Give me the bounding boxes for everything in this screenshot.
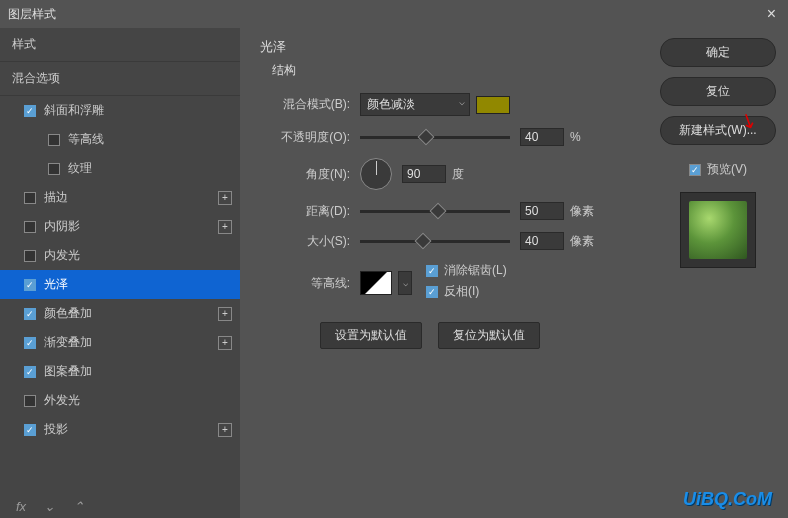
ok-button[interactable]: 确定 [660,38,776,67]
style-label: 颜色叠加 [44,305,92,322]
chevron-down-icon[interactable]: ⌄ [44,499,55,514]
style-checkbox[interactable] [24,424,36,436]
style-checkbox[interactable] [24,221,36,233]
style-item-10[interactable]: 外发光 [0,386,240,415]
style-checkbox[interactable] [24,192,36,204]
distance-input[interactable] [520,202,564,220]
style-item-4[interactable]: 内阴影+ [0,212,240,241]
right-panel: 确定 复位 新建样式(W)... 预览(V) [648,28,788,518]
effect-settings-panel: 光泽 结构 混合模式(B): 颜色减淡 ↘ #918800 不透明度(O): %… [240,28,648,518]
style-checkbox[interactable] [48,163,60,175]
style-label: 光泽 [44,276,68,293]
size-slider[interactable] [360,240,510,243]
style-item-7[interactable]: 颜色叠加+ [0,299,240,328]
style-checkbox[interactable] [24,308,36,320]
watermark: UiBQ.CoM [683,489,772,510]
add-effect-icon[interactable]: + [218,423,232,437]
blend-options-header[interactable]: 混合选项 [0,62,240,96]
style-label: 内发光 [44,247,80,264]
style-checkbox[interactable] [24,105,36,117]
chevron-up-icon[interactable]: ⌃ [73,499,84,514]
opacity-unit: % [570,130,581,144]
add-effect-icon[interactable]: + [218,220,232,234]
angle-label: 角度(N): [260,166,350,183]
distance-slider[interactable] [360,210,510,213]
color-swatch[interactable] [476,96,510,114]
dialog-title: 图层样式 [8,6,56,23]
preview-checkbox[interactable]: 预览(V) [689,161,747,178]
add-effect-icon[interactable]: + [218,191,232,205]
size-input[interactable] [520,232,564,250]
opacity-label: 不透明度(O): [260,129,350,146]
structure-label: 结构 [272,62,628,79]
antialias-checkbox[interactable]: 消除锯齿(L) [426,262,507,279]
distance-label: 距离(D): [260,203,350,220]
fx-icon[interactable]: fx [16,499,26,514]
cancel-button[interactable]: 复位 [660,77,776,106]
contour-dropdown-icon[interactable]: ⌵ [398,271,412,295]
style-item-3[interactable]: 描边+ [0,183,240,212]
style-item-2[interactable]: 纹理 [0,154,240,183]
style-label: 图案叠加 [44,363,92,380]
style-checkbox[interactable] [48,134,60,146]
invert-checkbox[interactable]: 反相(I) [426,283,507,300]
size-unit: 像素 [570,233,594,250]
opacity-slider[interactable] [360,136,510,139]
style-item-8[interactable]: 渐变叠加+ [0,328,240,357]
opacity-input[interactable] [520,128,564,146]
style-item-5[interactable]: 内发光 [0,241,240,270]
style-item-6[interactable]: 光泽 [0,270,240,299]
style-label: 渐变叠加 [44,334,92,351]
style-label: 内阴影 [44,218,80,235]
close-icon[interactable]: × [763,5,780,23]
angle-dial[interactable] [360,158,392,190]
style-item-11[interactable]: 投影+ [0,415,240,444]
style-checkbox[interactable] [24,279,36,291]
styles-sidebar: 样式 混合选项 斜面和浮雕等高线纹理描边+内阴影+内发光光泽颜色叠加+渐变叠加+… [0,28,240,518]
angle-input[interactable] [402,165,446,183]
angle-unit: 度 [452,166,464,183]
style-checkbox[interactable] [24,395,36,407]
reset-default-button[interactable]: 复位为默认值 [438,322,540,349]
add-effect-icon[interactable]: + [218,336,232,350]
style-checkbox[interactable] [24,337,36,349]
size-label: 大小(S): [260,233,350,250]
style-checkbox[interactable] [24,366,36,378]
add-effect-icon[interactable]: + [218,307,232,321]
preview-thumbnail [680,192,756,268]
style-label: 等高线 [68,131,104,148]
contour-label: 等高线: [260,275,350,292]
effect-title: 光泽 [260,38,628,56]
make-default-button[interactable]: 设置为默认值 [320,322,422,349]
style-label: 外发光 [44,392,80,409]
blend-mode-label: 混合模式(B): [260,96,350,113]
new-style-button[interactable]: 新建样式(W)... [660,116,776,145]
style-item-1[interactable]: 等高线 [0,125,240,154]
style-label: 纹理 [68,160,92,177]
styles-header: 样式 [0,28,240,62]
footer-icons: fx ⌄ ⌃ [16,499,84,514]
contour-picker[interactable] [360,271,392,295]
style-label: 描边 [44,189,68,206]
style-item-9[interactable]: 图案叠加 [0,357,240,386]
blend-mode-dropdown[interactable]: 颜色减淡 [360,93,470,116]
distance-unit: 像素 [570,203,594,220]
style-checkbox[interactable] [24,250,36,262]
style-label: 斜面和浮雕 [44,102,104,119]
style-item-0[interactable]: 斜面和浮雕 [0,96,240,125]
style-label: 投影 [44,421,68,438]
